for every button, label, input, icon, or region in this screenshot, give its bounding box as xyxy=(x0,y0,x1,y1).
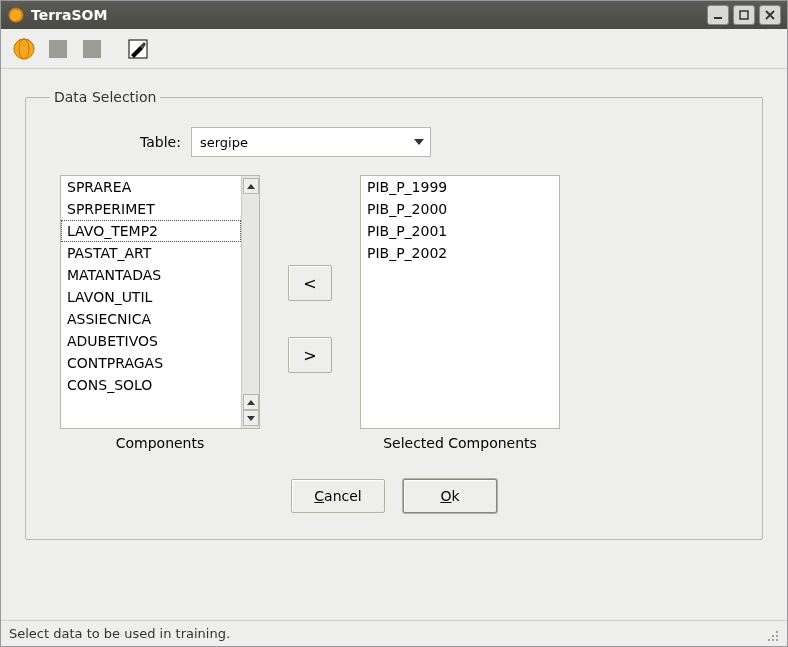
minimize-icon xyxy=(713,10,723,20)
list-item[interactable]: PIB_P_2002 xyxy=(361,242,559,264)
window-controls xyxy=(707,5,781,25)
square-icon xyxy=(46,37,70,61)
cancel-button-label: Cancel xyxy=(314,488,361,504)
list-item[interactable]: ASSIECNICA xyxy=(61,308,241,330)
toolbar-button-2[interactable] xyxy=(43,35,73,63)
statusbar: Select data to be used in training. xyxy=(1,620,787,646)
dialog-buttons-row: Cancel Ok xyxy=(50,479,738,513)
app-icon xyxy=(7,6,25,24)
maximize-icon xyxy=(739,10,749,20)
svg-rect-2 xyxy=(740,11,748,19)
resize-grip[interactable] xyxy=(763,626,779,642)
toolbar-globe-button[interactable] xyxy=(9,35,39,63)
list-item[interactable]: MATANTADAS xyxy=(61,264,241,286)
ok-button-label: Ok xyxy=(440,488,459,504)
titlebar: TerraSOM xyxy=(1,1,787,29)
content-area: Data Selection Table: sergipe SPRAREASPR… xyxy=(1,69,787,620)
brush-icon xyxy=(126,37,150,61)
svg-rect-1 xyxy=(714,17,722,19)
chevron-up-icon xyxy=(247,400,255,405)
table-combobox-value: sergipe xyxy=(200,135,248,150)
toolbar-brush-button[interactable] xyxy=(123,35,153,63)
list-item[interactable]: LAVO_TEMP2 xyxy=(61,220,241,242)
cancel-button[interactable]: Cancel xyxy=(291,479,385,513)
scroll-up-button-2[interactable] xyxy=(243,394,259,410)
chevron-down-icon xyxy=(414,139,424,145)
move-right-button[interactable]: > xyxy=(288,337,332,373)
toolbar xyxy=(1,29,787,69)
close-icon xyxy=(765,10,775,20)
components-listbox[interactable]: SPRAREASPRPERIMETLAVO_TEMP2PASTAT_ARTMAT… xyxy=(60,175,260,429)
lists-row: SPRAREASPRPERIMETLAVO_TEMP2PASTAT_ARTMAT… xyxy=(50,175,738,451)
table-combobox[interactable]: sergipe xyxy=(191,127,431,157)
list-item[interactable]: ADUBETIVOS xyxy=(61,330,241,352)
svg-point-8 xyxy=(776,631,778,633)
table-select-row: Table: sergipe xyxy=(50,127,738,157)
svg-rect-6 xyxy=(83,40,101,58)
list-item[interactable]: SPRPERIMET xyxy=(61,198,241,220)
chevron-up-icon xyxy=(247,184,255,189)
selected-column: PIB_P_1999PIB_P_2000PIB_P_2001PIB_P_2002… xyxy=(360,175,560,451)
toolbar-button-3[interactable] xyxy=(77,35,107,63)
globe-icon xyxy=(12,37,36,61)
selected-label: Selected Components xyxy=(383,435,537,451)
scroll-up-button[interactable] xyxy=(243,178,259,194)
selected-listbox[interactable]: PIB_P_1999PIB_P_2000PIB_P_2001PIB_P_2002 xyxy=(360,175,560,429)
chevron-down-icon xyxy=(247,416,255,421)
svg-point-9 xyxy=(772,635,774,637)
app-window: TerraSOM xyxy=(0,0,788,647)
status-text: Select data to be used in training. xyxy=(9,626,230,641)
move-buttons-column: < > xyxy=(288,175,332,373)
minimize-button[interactable] xyxy=(707,5,729,25)
close-button[interactable] xyxy=(759,5,781,25)
ok-button[interactable]: Ok xyxy=(403,479,497,513)
list-item[interactable]: PIB_P_2001 xyxy=(361,220,559,242)
move-left-button[interactable]: < xyxy=(288,265,332,301)
list-item[interactable]: PIB_P_2000 xyxy=(361,198,559,220)
list-item[interactable]: PIB_P_1999 xyxy=(361,176,559,198)
table-label: Table: xyxy=(140,134,181,150)
list-item[interactable]: CONTPRAGAS xyxy=(61,352,241,374)
window-title: TerraSOM xyxy=(31,7,701,23)
data-selection-fieldset: Data Selection Table: sergipe SPRAREASPR… xyxy=(25,89,763,540)
svg-point-11 xyxy=(768,639,770,641)
list-item[interactable]: PASTAT_ART xyxy=(61,242,241,264)
scroll-down-button[interactable] xyxy=(243,410,259,426)
svg-point-10 xyxy=(776,635,778,637)
svg-point-12 xyxy=(772,639,774,641)
components-label: Components xyxy=(116,435,205,451)
square-icon xyxy=(80,37,104,61)
scrollbar[interactable] xyxy=(241,176,259,428)
components-column: SPRAREASPRPERIMETLAVO_TEMP2PASTAT_ARTMAT… xyxy=(60,175,260,451)
list-item[interactable]: LAVON_UTIL xyxy=(61,286,241,308)
resize-grip-icon xyxy=(765,628,779,642)
maximize-button[interactable] xyxy=(733,5,755,25)
list-item[interactable]: SPRAREA xyxy=(61,176,241,198)
svg-point-13 xyxy=(776,639,778,641)
svg-point-0 xyxy=(9,8,23,22)
list-item[interactable]: CONS_SOLO xyxy=(61,374,241,396)
svg-rect-5 xyxy=(49,40,67,58)
fieldset-legend: Data Selection xyxy=(50,89,160,105)
